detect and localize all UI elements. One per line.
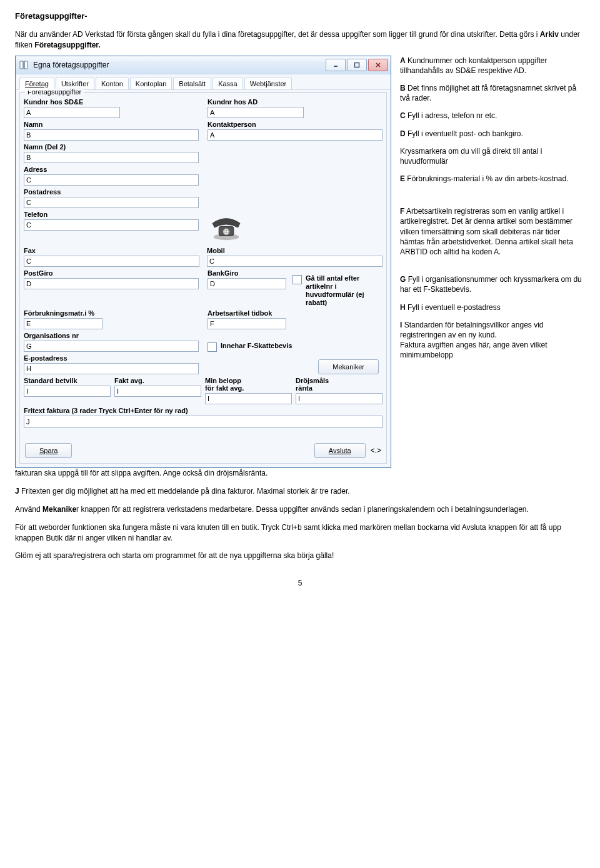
mekaniker-button[interactable]: Mekaniker	[318, 359, 379, 374]
after-p4: För att weborder funktionen ska fungera …	[15, 522, 585, 544]
label-telefon: Telefon	[24, 211, 199, 218]
label-kundnr-ad: Kundnr hos AD	[208, 98, 382, 106]
input-min-belopp[interactable]: I	[205, 393, 292, 404]
label-namn-del2: Namn (Del 2)	[24, 143, 199, 151]
svg-point-10	[224, 231, 225, 232]
label-fakt-avg: Fakt avg.	[114, 377, 201, 384]
input-kontaktperson[interactable]: A	[208, 129, 382, 141]
svg-rect-1	[355, 62, 359, 67]
input-std-betvilk[interactable]: I	[24, 386, 111, 397]
input-telefon[interactable]: C	[24, 219, 199, 231]
label-epost: E-postadress	[24, 354, 199, 362]
tab-konton[interactable]: Konton	[96, 77, 129, 89]
svg-point-9	[228, 229, 229, 231]
checkbox-ga-till-antal[interactable]	[292, 275, 302, 284]
label-orgnr: Organisations nr	[24, 332, 199, 339]
legend-d: D Fyll i eventuellt post- och bankgiro.	[400, 129, 584, 139]
book-icon	[18, 59, 29, 71]
svg-point-7	[224, 229, 225, 231]
checkbox-label-fskatt: Innehar F-Skattebevis	[221, 342, 292, 350]
label-bankgiro: BankGiro	[208, 269, 286, 277]
label-postadress: Postadress	[24, 188, 199, 196]
intro-text-1: När du använder AD Verkstad för första g…	[15, 30, 540, 39]
input-namn[interactable]: B	[24, 129, 199, 141]
dialog-window: Egna företagsuppgifter Företag Utskrifte…	[15, 56, 391, 469]
label-min-belopp: Min belopp för fakt avg.	[205, 377, 292, 392]
tab-betalsatt[interactable]: Betalsätt	[173, 77, 211, 89]
input-namn-del2[interactable]: B	[24, 152, 199, 163]
label-fax: Fax	[24, 247, 199, 254]
tab-foretag[interactable]: Företag	[19, 77, 54, 89]
avsluta-button[interactable]: Avsluta	[314, 443, 366, 458]
legend-i: I Standarden för betalningsvillkor anges…	[400, 320, 584, 361]
label-drojs: Dröjsmåls ränta	[296, 377, 382, 392]
label-forbruk: Förbrukningsmatr.i %	[24, 309, 199, 317]
svg-point-12	[228, 231, 229, 232]
intro-bold-1: Arkiv	[540, 30, 559, 39]
legend-c: C Fyll i adress, telefon nr etc.	[400, 111, 584, 121]
after-p5: Glöm ej att spara/registrera och starta …	[15, 551, 585, 561]
label-std-betvilk: Standard betvilk	[24, 377, 111, 384]
phone-icon	[208, 211, 245, 244]
input-arbetsartikel[interactable]: F	[208, 318, 286, 329]
tab-kassa[interactable]: Kassa	[212, 77, 243, 89]
input-postadress[interactable]: C	[24, 197, 199, 208]
groupbox-foretagsuppgifter: Företagsuppgifter Kundnr hos SD&E A Kund…	[19, 92, 387, 464]
svg-point-11	[226, 231, 227, 232]
ltgt-indicator: <.>	[371, 446, 381, 455]
after-p2: J Fritexten ger dig möjlighet att ha med…	[15, 486, 585, 497]
label-kundnr-sde: Kundnr hos SD&E	[24, 98, 199, 106]
legend-b: B Det finns möjlighet att få företagsnam…	[400, 83, 584, 103]
input-adress[interactable]: C	[24, 174, 199, 186]
legend-f: F Arbetsartikeln registreras som en vanl…	[400, 206, 584, 257]
input-forbruk[interactable]: E	[24, 318, 102, 329]
label-adress: Adress	[24, 166, 199, 173]
checkbox-label-antal: Gå till antal efter artikelnr i huvudfor…	[306, 274, 382, 307]
tab-kontoplan[interactable]: Kontoplan	[130, 77, 172, 89]
input-postgiro[interactable]: D	[24, 278, 199, 289]
tab-webtjanster[interactable]: Webtjänster	[244, 77, 292, 89]
input-fritext[interactable]: J	[24, 416, 382, 428]
intro-paragraph: När du använder AD Verkstad för första g…	[15, 29, 585, 51]
svg-point-8	[226, 229, 227, 231]
legend-g: G Fyll i organisationsnummer och kryssma…	[400, 274, 584, 294]
input-kundnr-sde[interactable]: A	[24, 107, 120, 118]
label-kontaktperson: Kontaktperson	[208, 121, 382, 128]
label-mobil: Mobil	[207, 247, 382, 254]
window-title: Egna företagsuppgifter	[33, 61, 326, 69]
spara-button[interactable]: Spara	[25, 443, 72, 458]
label-namn: Namn	[24, 121, 199, 128]
maximize-button[interactable]	[347, 59, 367, 71]
input-mobil[interactable]: C	[207, 256, 382, 267]
page-number: 5	[15, 579, 585, 587]
input-kundnr-ad[interactable]: A	[208, 107, 304, 118]
legend-a: A Kundnummer och kontaktperson uppgifter…	[400, 56, 584, 76]
checkbox-fskatt[interactable]	[208, 342, 217, 352]
input-orgnr[interactable]: G	[24, 341, 199, 352]
legend-h: H Fyll i eventuell e-postadress	[400, 302, 584, 312]
close-button[interactable]	[368, 59, 388, 71]
legend-e: E Förbruknings-​material i % av din arbe…	[400, 174, 584, 184]
titlebar: Egna företagsuppgifter	[16, 56, 391, 74]
label-postgiro: PostGiro	[24, 269, 199, 277]
input-drojs[interactable]: I	[296, 393, 382, 404]
input-fakt-avg[interactable]: I	[114, 386, 201, 397]
input-bankgiro[interactable]: D	[208, 278, 286, 289]
input-fax[interactable]: C	[24, 256, 199, 267]
label-arbetsartikel: Arbetsartikel tidbok	[208, 309, 286, 317]
after-p1: fakturan ska uppgå till för att slippa a…	[15, 468, 585, 479]
intro-bold-2: Företagsuppgifter.	[34, 41, 100, 49]
input-epost[interactable]: H	[24, 363, 199, 374]
minimize-button[interactable]	[326, 59, 346, 71]
label-fritext: Fritext faktura (3 rader Tryck Ctrl+Ente…	[24, 407, 382, 414]
after-p3: Använd Mekaniker knappen för att registr…	[15, 504, 585, 515]
page-heading: Företagsuppgifter-	[15, 11, 585, 21]
legend-kryss: Kryssmarkera om du vill gå direkt till a…	[400, 146, 584, 166]
tab-utskrifter[interactable]: Utskrifter	[56, 77, 94, 89]
